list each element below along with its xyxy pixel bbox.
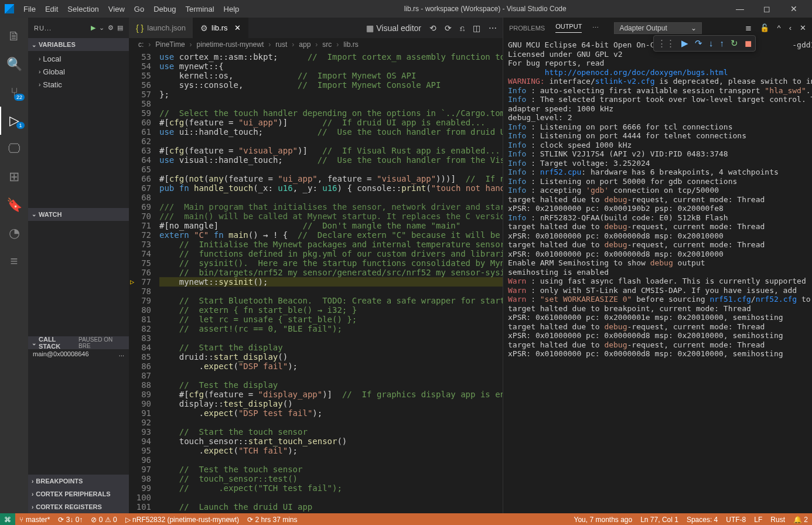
debug-target[interactable]: ▷ nRF52832 (pinetime-rust-mynewt) <box>121 513 243 525</box>
step-over-icon[interactable]: ↷ <box>695 38 702 49</box>
breakpoints-header[interactable]: ›BREAKPOINTS <box>28 475 129 488</box>
git-branch[interactable]: ⑂ master* <box>15 513 54 525</box>
stack-frame-label: main@0x00008646 <box>33 350 89 357</box>
overflow-icon[interactable]: ⋯ <box>592 24 599 32</box>
minimize-button[interactable]: — <box>726 4 753 13</box>
encoding[interactable]: UTF-8 <box>722 513 750 525</box>
tab-lib-rs[interactable]: ⚙lib.rs✕ <box>193 18 248 38</box>
close-tab-icon[interactable]: ✕ <box>234 23 241 32</box>
menu-selection[interactable]: Selection <box>63 5 103 13</box>
editor-actions: ▦ Visual editor ⟲ ⟳ ⎌ ◫ ⋯ <box>360 18 503 38</box>
breadcrumb-seg[interactable]: lib.rs <box>343 40 358 49</box>
notifications[interactable]: 🔔 2 <box>789 513 812 525</box>
clear-output-icon[interactable]: ≣ <box>745 23 752 32</box>
variable-scope-global[interactable]: ›Global <box>39 65 129 78</box>
variable-scope-static[interactable]: ›Static <box>39 78 129 91</box>
editor-area: { }launch.json⚙lib.rs✕ ▦ Visual editor ⟲… <box>129 18 503 513</box>
drag-handle-icon[interactable]: ⋮⋮ <box>657 38 675 49</box>
breadcrumb-seg[interactable]: app <box>299 40 311 49</box>
breadcrumb-seg[interactable]: src <box>322 40 332 49</box>
debug-icon[interactable]: ▷1 <box>0 107 28 135</box>
continue-icon[interactable]: ▶ <box>681 38 688 49</box>
cortex-registers-header[interactable]: ›CORTEX REGISTERS <box>28 500 129 513</box>
callstack-row[interactable]: main@0x00008646 ... <box>28 349 129 359</box>
prev-icon[interactable]: ‹ <box>789 23 791 32</box>
time-tracker[interactable]: ⟳ 2 hrs 37 mins <box>243 513 301 525</box>
git-sync[interactable]: ⟳ 3↓ 0↑ <box>54 513 87 525</box>
git-blame[interactable]: You, 7 months ago <box>570 513 637 525</box>
start-debug-icon[interactable]: ▶ <box>91 24 95 32</box>
menu-edit[interactable]: Edit <box>40 5 63 13</box>
scm-badge: 22 <box>14 94 25 101</box>
more-actions-icon[interactable]: ⋯ <box>489 23 497 33</box>
status-bar: ⌘ ⑂ master* ⟳ 3↓ 0↑ ⊘ 0 ⚠ 0 ▷ nRF52832 (… <box>0 513 812 525</box>
clock-icon[interactable]: ◔ <box>0 219 28 247</box>
menu-file[interactable]: File <box>19 5 40 13</box>
menu-view[interactable]: View <box>104 5 129 13</box>
execution-arrow-icon: ▷ <box>130 277 134 287</box>
debug-dropdown-icon[interactable]: ⌄ <box>99 24 104 32</box>
code-editor[interactable]: 53 54 55 56 57 58 59 60 61 62 63 64 65 6… <box>129 51 503 513</box>
search-icon[interactable]: 🔍 <box>0 50 28 79</box>
json-file-icon: { } <box>136 23 144 33</box>
menu-debug[interactable]: Debug <box>149 5 180 13</box>
cursor-position[interactable]: Ln 77, Col 1 <box>636 513 683 525</box>
go-forward-icon[interactable]: ⟳ <box>445 23 452 33</box>
tab-problems[interactable]: PROBLEMS <box>509 25 545 32</box>
gear-icon[interactable]: ⚙ <box>108 24 114 32</box>
tab-bar: { }launch.json⚙lib.rs✕ ▦ Visual editor ⟲… <box>129 18 503 38</box>
bookmark-icon[interactable]: 🔖 <box>0 191 28 219</box>
breadcrumb-seg[interactable]: c: <box>138 40 144 49</box>
menu-terminal[interactable]: Terminal <box>180 5 219 13</box>
visual-editor-button[interactable]: ▦ Visual editor <box>366 23 421 33</box>
breadcrumb-seg[interactable]: PineTime <box>155 40 185 49</box>
step-out-icon[interactable]: ↑ <box>720 38 725 49</box>
maximize-panel-icon[interactable]: ^ <box>777 23 781 32</box>
run-config-label[interactable]: RU... <box>34 25 87 32</box>
maximize-button[interactable]: ◻ <box>753 4 780 13</box>
title-bar: FileEditSelectionViewGoDebugTerminalHelp… <box>0 0 812 18</box>
stop-icon[interactable]: ◼ <box>745 38 752 49</box>
menu-go[interactable]: Go <box>129 5 149 13</box>
step-into-icon[interactable]: ↓ <box>709 38 714 49</box>
breadcrumb-seg[interactable]: rust <box>275 40 287 49</box>
menu-bar: FileEditSelectionViewGoDebugTerminalHelp <box>19 5 244 13</box>
output-channel-select[interactable]: Adapter Output ⌄ <box>614 22 702 34</box>
go-back-icon[interactable]: ⟲ <box>429 23 436 33</box>
scm-icon[interactable]: ⑂22 <box>0 79 28 107</box>
restart-icon[interactable]: ↻ <box>731 38 738 49</box>
close-panel-icon[interactable]: ✕ <box>800 23 806 32</box>
bottom-panel: PROBLEMS OUTPUT ⋯ Adapter Output ⌄ ≣ 🔓 ^… <box>503 18 812 513</box>
variable-scope-local[interactable]: ›Local <box>39 52 129 65</box>
debug-console-icon[interactable]: ▤ <box>117 24 123 32</box>
close-window-button[interactable]: ✕ <box>780 4 807 13</box>
debug-toolbar[interactable]: ⋮⋮ ▶ ↷ ↓ ↑ ↻ ◼ <box>653 35 756 52</box>
tab-output[interactable]: OUTPUT <box>555 23 582 33</box>
rs-file-icon: ⚙ <box>200 23 208 33</box>
vscode-logo-icon <box>5 4 14 13</box>
cortex-peripherals-header[interactable]: ›CORTEX PERIPHERALS <box>28 488 129 500</box>
remote-icon[interactable]: 🖵 <box>0 135 28 163</box>
output-body[interactable]: GNU MCU Eclipse 64-bit Open On-C -gdd1d9… <box>503 38 812 513</box>
variables-header[interactable]: ⌄VARIABLES <box>28 38 129 51</box>
eol[interactable]: LF <box>750 513 766 525</box>
watch-header[interactable]: ⌄WATCH <box>28 208 129 221</box>
extensions-icon[interactable]: ⊞ <box>0 163 28 191</box>
tab-launch-json[interactable]: { }launch.json <box>129 18 193 38</box>
language-mode[interactable]: Rust <box>766 513 789 525</box>
indentation[interactable]: Spaces: 4 <box>683 513 722 525</box>
split-editor-icon[interactable]: ◫ <box>473 23 480 33</box>
breadcrumb-seg[interactable]: pinetime-rust-mynewt <box>197 40 264 49</box>
list-icon[interactable]: ≡ <box>0 247 28 275</box>
explorer-icon[interactable]: 🗎 <box>0 22 28 50</box>
remote-indicator[interactable]: ⌘ <box>0 513 15 525</box>
breadcrumb[interactable]: c:PineTimepinetime-rust-mynewtrustappsrc… <box>129 38 503 51</box>
menu-help[interactable]: Help <box>219 5 244 13</box>
problems-status[interactable]: ⊘ 0 ⚠ 0 <box>87 513 121 525</box>
lock-scroll-icon[interactable]: 🔓 <box>760 23 769 32</box>
debug-sidebar: RU... ▶ ⌄ ⚙ ▤ ⌄VARIABLES ›Local›Global›S… <box>28 18 129 513</box>
chevron-down-icon: ⌄ <box>691 24 697 32</box>
diff-icon[interactable]: ⎌ <box>460 23 465 33</box>
callstack-header[interactable]: ⌄CALL STACKPAUSED ON BRE <box>28 336 129 349</box>
code-body[interactable]: use cortex_m::asm::bkpt; // Import corte… <box>159 51 503 513</box>
